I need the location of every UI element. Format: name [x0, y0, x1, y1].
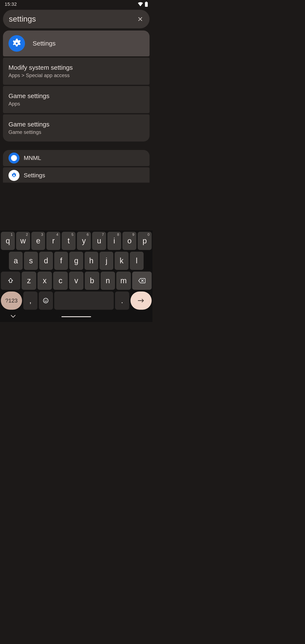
result-game-settings-apps[interactable]: Game settings Apps — [3, 86, 150, 113]
search-input[interactable] — [9, 14, 136, 24]
search-field[interactable] — [3, 10, 150, 28]
result-title: Settings — [24, 172, 45, 179]
gear-icon — [11, 38, 22, 49]
key-backspace[interactable] — [132, 272, 152, 290]
status-bar: 15:32 — [0, 0, 152, 8]
backspace-icon — [138, 278, 146, 284]
svg-point-4 — [45, 300, 45, 300]
result-game-settings[interactable]: Game settings Game settings — [3, 114, 150, 142]
result-mnml[interactable]: MNML — [3, 150, 150, 166]
shift-icon — [8, 278, 14, 284]
on-screen-keyboard: q1w2e3r4t5y6u7i8o9p0 asdfghjkl zxcvbnm ?… — [0, 230, 152, 322]
key-a[interactable]: a — [9, 252, 23, 270]
key-period[interactable]: . — [115, 292, 129, 310]
key-y[interactable]: y6 — [77, 232, 91, 250]
close-icon — [137, 16, 144, 22]
circle-icon — [11, 155, 17, 161]
key-b[interactable]: b — [85, 272, 99, 290]
settings-app-icon-small — [8, 170, 20, 181]
key-i[interactable]: i8 — [108, 232, 121, 250]
settings-app-icon — [8, 35, 25, 52]
result-modify-system-settings[interactable]: Modify system settings Apps > Special ap… — [3, 58, 150, 85]
key-numsym[interactable]: ?123 — [1, 292, 22, 310]
key-z[interactable]: z — [22, 272, 36, 290]
home-indicator[interactable] — [62, 316, 91, 317]
key-t[interactable]: t5 — [62, 232, 76, 250]
hide-keyboard-button[interactable] — [10, 314, 16, 319]
result-path: Apps > Special app access — [8, 72, 144, 78]
key-l[interactable]: l — [130, 252, 144, 270]
key-s[interactable]: s — [24, 252, 38, 270]
result-path: Apps — [8, 101, 144, 107]
key-u[interactable]: u7 — [92, 232, 106, 250]
clear-search-button[interactable] — [136, 14, 145, 24]
svg-point-5 — [46, 300, 47, 300]
key-e[interactable]: e3 — [31, 232, 45, 250]
status-time: 15:32 — [5, 2, 17, 7]
key-n[interactable]: n — [100, 272, 115, 290]
svg-rect-0 — [145, 2, 148, 7]
result-path: Game settings — [8, 129, 144, 135]
key-v[interactable]: v — [69, 272, 84, 290]
result-title: Settings — [32, 40, 56, 47]
key-f[interactable]: f — [54, 252, 68, 270]
key-w[interactable]: w2 — [16, 232, 30, 250]
key-enter[interactable] — [130, 292, 152, 310]
chevron-down-icon — [10, 314, 16, 318]
key-h[interactable]: h — [84, 252, 98, 270]
result-app-settings[interactable]: Settings — [3, 30, 150, 56]
mnml-app-icon — [8, 152, 20, 164]
key-r[interactable]: r4 — [46, 232, 60, 250]
key-p[interactable]: p0 — [138, 232, 152, 250]
result-title: Game settings — [8, 121, 144, 128]
key-o[interactable]: o9 — [122, 232, 136, 250]
key-k[interactable]: k — [114, 252, 128, 270]
key-c[interactable]: c — [53, 272, 68, 290]
key-x[interactable]: x — [38, 272, 52, 290]
key-j[interactable]: j — [100, 252, 113, 270]
key-comma[interactable]: , — [23, 292, 38, 310]
wifi-icon — [138, 2, 143, 6]
svg-point-3 — [44, 298, 48, 303]
gear-icon — [11, 172, 17, 178]
key-d[interactable]: d — [39, 252, 53, 270]
result-title: Game settings — [8, 92, 144, 100]
result-title: MNML — [24, 155, 41, 162]
result-title: Modify system settings — [8, 64, 144, 71]
key-g[interactable]: g — [69, 252, 83, 270]
key-space[interactable] — [54, 292, 114, 310]
key-emoji[interactable] — [39, 292, 53, 310]
emoji-icon — [42, 298, 49, 304]
key-m[interactable]: m — [116, 272, 131, 290]
key-shift[interactable] — [1, 272, 20, 290]
key-q[interactable]: q1 — [1, 232, 15, 250]
svg-rect-1 — [146, 2, 147, 2]
svg-point-2 — [15, 42, 18, 45]
arrow-right-icon — [138, 298, 144, 303]
result-settings-list[interactable]: Settings — [3, 167, 150, 182]
battery-icon — [145, 2, 148, 7]
